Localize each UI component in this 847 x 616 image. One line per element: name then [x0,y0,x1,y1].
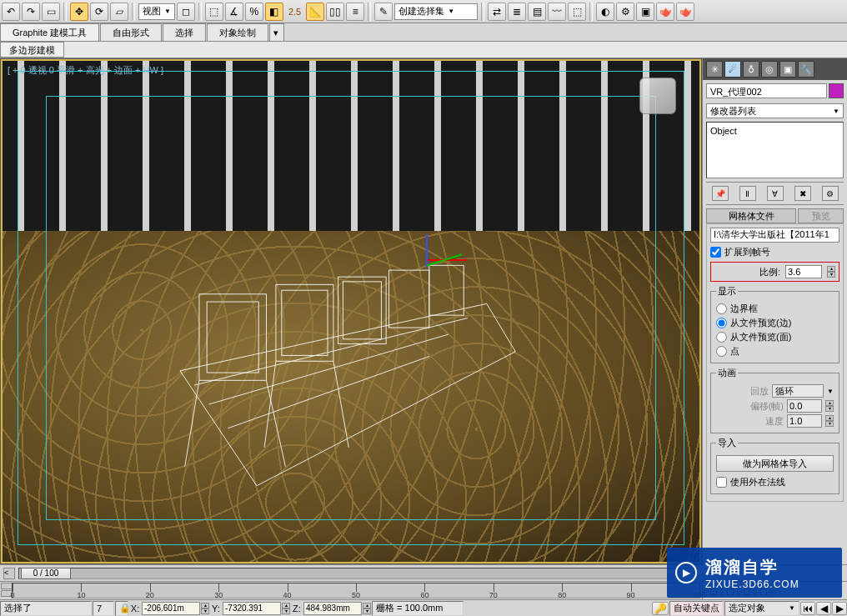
view-dropdown[interactable]: 视图▼ [138,3,175,20]
modify-tab-icon[interactable]: ☄ [724,61,741,78]
motion-tab-icon[interactable]: ◎ [761,61,778,78]
utilities-tab-icon[interactable]: 🔧 [798,61,814,78]
tab-select[interactable]: 选择 [163,23,206,41]
y-spinner[interactable]: ▴▾ [282,603,290,614]
ruler-track[interactable]: 0102030405060708090100 [12,583,700,598]
scale-highlight-box: 比例: ▴▾ [710,262,839,282]
render-prod-button[interactable]: 🫖 [676,3,694,21]
play-start[interactable]: ⏮ [800,602,815,615]
tab-graphite[interactable]: Graphite 建模工具 [0,23,99,41]
speed-input[interactable] [787,414,822,428]
align-button[interactable]: ≡ [346,3,364,21]
render-frame-button[interactable]: ▣ [636,3,654,21]
remove-mod-button[interactable]: ✖ [794,186,811,201]
x-coord-input[interactable] [142,602,200,615]
y-label: Y: [210,603,222,613]
timeline-prev[interactable]: < [3,568,15,579]
create-tab-icon[interactable]: ✳ [706,61,723,78]
transform-gizmo[interactable] [393,226,459,293]
select-button[interactable]: ▭ [42,3,60,21]
viewport-container: [ + 0 透视 0 平滑 + 高光 + 边面 + HW ] [0,58,702,564]
mirror-button[interactable]: ▯▯ [326,3,344,21]
command-panel-tabs: ✳ ☄ ♁ ◎ ▣ 🔧 [703,58,847,80]
display-tab-icon[interactable]: ▣ [779,61,796,78]
ribbon-expand[interactable]: ▾ [269,23,284,41]
y-coord-input[interactable] [223,602,281,615]
speed-spinner[interactable]: ▴▾ [825,415,834,427]
rotate-button[interactable]: ⟳ [90,3,108,21]
import-mesh-button[interactable]: 做为网格体导入 [716,455,834,472]
move-button[interactable]: ✥ [70,3,88,21]
scale-spinner[interactable]: ▴▾ [827,266,835,278]
snap-toggle[interactable]: ⬚ [205,3,223,21]
unique-button[interactable]: ∀ [767,186,784,201]
spinner-snap[interactable]: ◧ [265,3,283,21]
play-button[interactable]: ▶ [832,602,847,615]
layers-button[interactable]: ≣ [508,3,526,21]
mesh-file-path[interactable]: I:\清华大学出版社【2011年1 [710,228,839,243]
lock-selection-icon[interactable]: 🔒 [115,601,128,616]
ref-coord-button[interactable]: ◻ [177,3,195,21]
undo-button[interactable]: ↶ [2,3,20,21]
selection-set-dropdown[interactable]: 创建选择集▼ [394,3,478,20]
named-sel-icon[interactable]: ✎ [374,3,393,21]
tab-freeform[interactable]: 自由形式 [100,23,162,41]
anim-group: 动画 回放 循环 ▼ 偏移(帧) ▴▾ 速度 ▴▾ [710,367,839,433]
offset-spinner[interactable]: ▴▾ [825,400,834,412]
external-normals-checkbox[interactable] [716,477,727,488]
autokey-button[interactable]: 自动关键点 [669,601,724,616]
expand-frame-checkbox[interactable] [710,247,721,258]
schematic-button[interactable]: ⬚ [568,3,586,21]
render-setup-button[interactable]: ⚙ [616,3,634,21]
layer-mgr-button[interactable]: ▤ [528,3,546,21]
show-end-button[interactable]: Ⅱ [739,186,756,201]
key-icon[interactable]: 🔑 [652,602,669,615]
time-slider-thumb[interactable]: 0 / 100 [21,568,71,579]
z-coord-input[interactable] [303,602,362,615]
pin-stack-button[interactable]: 📌 [712,186,729,201]
material-editor-button[interactable]: ◐ [596,3,614,21]
render-button[interactable]: 🫖 [656,3,674,21]
disp-face-radio[interactable] [716,332,727,343]
curve-editor-button[interactable]: 〰 [548,3,566,21]
playback-dropdown[interactable]: 循环 [772,384,824,398]
keymode-dropdown[interactable]: 选定对象 ▼ [724,601,799,616]
object-name-input[interactable]: VR_代理002 [706,83,827,98]
subtab-polymodel[interactable]: 多边形建模 [0,42,64,58]
playback-label: 回放 [750,385,769,398]
viewport-perspective[interactable]: [ + 0 透视 0 平滑 + 高光 + 边面 + HW ] [3,61,699,562]
viewport-label[interactable]: [ + 0 透视 0 平滑 + 高光 + 边面 + HW ] [8,64,163,77]
percent-snap[interactable]: % [245,3,263,21]
play-prev[interactable]: ◀ [816,602,831,615]
offset-label: 偏移(帧) [750,400,784,413]
scale-input[interactable] [785,265,822,278]
mirror2-button[interactable]: ⇄ [488,3,506,21]
play-circle-icon: ▶ [675,562,697,583]
viewcube[interactable] [639,78,676,114]
redo-button[interactable]: ↷ [22,3,40,21]
modifier-item[interactable]: Object [709,124,841,138]
tab-objpaint[interactable]: 对象绘制 [207,23,268,41]
disp-bbox-radio[interactable] [716,303,727,314]
offset-input[interactable] [787,399,822,413]
time-slider-track[interactable]: 0 / 100 [18,568,680,579]
scale-button[interactable]: ▱ [110,3,128,21]
rollout-mesh-header[interactable]: 网格体文件 [706,208,796,223]
ribbon-subtabs: 多边形建模 [0,42,847,58]
angle-snap[interactable]: ∡ [225,3,243,21]
object-color-swatch[interactable] [829,83,844,98]
disp-point-radio[interactable] [716,346,727,357]
z-spinner[interactable]: ▴▾ [363,603,371,614]
disp-edge-radio[interactable] [716,318,727,328]
x-spinner[interactable]: ▴▾ [201,603,209,614]
angle-button[interactable]: 📐 [306,3,324,21]
watermark-url: ZIXUE.3D66.COM [705,578,799,590]
track-toggle1[interactable] [1,583,13,589]
hierarchy-tab-icon[interactable]: ♁ [743,61,759,78]
anim-legend: 动画 [716,367,738,379]
configure-button[interactable]: ⚙ [822,186,839,201]
rollout-preview-header[interactable]: 预览 [798,208,844,223]
modifier-list-dropdown[interactable]: 修改器列表▼ [706,103,844,118]
modifier-stack[interactable]: Object [706,122,844,178]
display-legend: 显示 [716,285,738,298]
